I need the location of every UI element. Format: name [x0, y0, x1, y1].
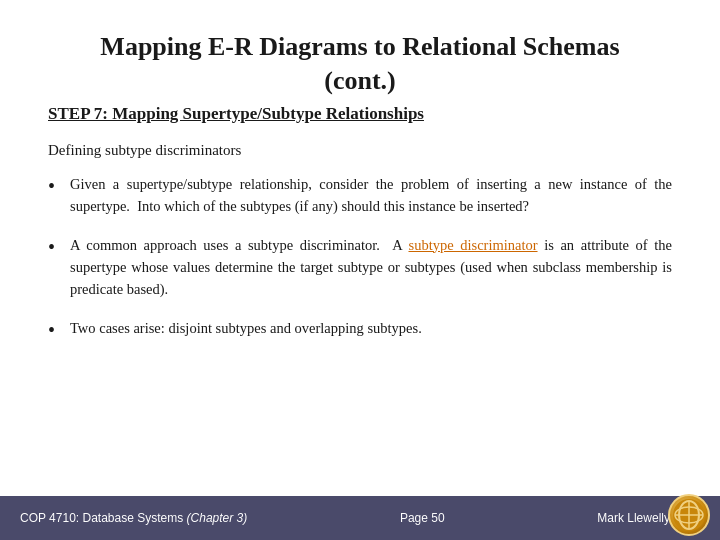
main-title: Mapping E-R Diagrams to Relational Schem…	[48, 30, 672, 98]
title-line1: Mapping E-R Diagrams to Relational Schem…	[100, 32, 619, 61]
bullet-text-1: Given a supertype/subtype relationship, …	[70, 173, 672, 218]
bullet-list: • Given a supertype/subtype relationship…	[48, 173, 672, 343]
bullet-dot-2: •	[48, 234, 70, 260]
footer-center: Page 50	[400, 511, 445, 525]
footer-bar: COP 4710: Database Systems (Chapter 3) P…	[0, 496, 720, 540]
slide-container: Mapping E-R Diagrams to Relational Schem…	[0, 0, 720, 540]
bullet-dot-1: •	[48, 173, 70, 199]
logo-svg	[671, 497, 707, 533]
highlight-subtype-discriminator: subtype discriminator	[409, 237, 538, 253]
bullet-text-2: A common approach uses a subtype discrim…	[70, 234, 672, 301]
footer-course: COP 4710: Database Systems	[20, 511, 183, 525]
footer-left: COP 4710: Database Systems (Chapter 3)	[20, 511, 247, 525]
logo-circle	[668, 494, 710, 536]
title-line2: (cont.)	[324, 66, 395, 95]
bullet-dot-3: •	[48, 317, 70, 343]
section-label: Defining subtype discriminators	[48, 142, 672, 159]
bullet-text-3: Two cases arise: disjoint subtypes and o…	[70, 317, 672, 339]
step-title: STEP 7: Mapping Supertype/Subtype Relati…	[48, 104, 672, 124]
footer-author: Mark Llewellyn	[597, 511, 676, 525]
bullet-item-2: • A common approach uses a subtype discr…	[48, 234, 672, 301]
footer-logo	[668, 494, 710, 536]
bullet-item-1: • Given a supertype/subtype relationship…	[48, 173, 672, 218]
footer-chapter: (Chapter 3)	[187, 511, 248, 525]
content-area: Mapping E-R Diagrams to Relational Schem…	[0, 0, 720, 496]
bullet-item-3: • Two cases arise: disjoint subtypes and…	[48, 317, 672, 343]
